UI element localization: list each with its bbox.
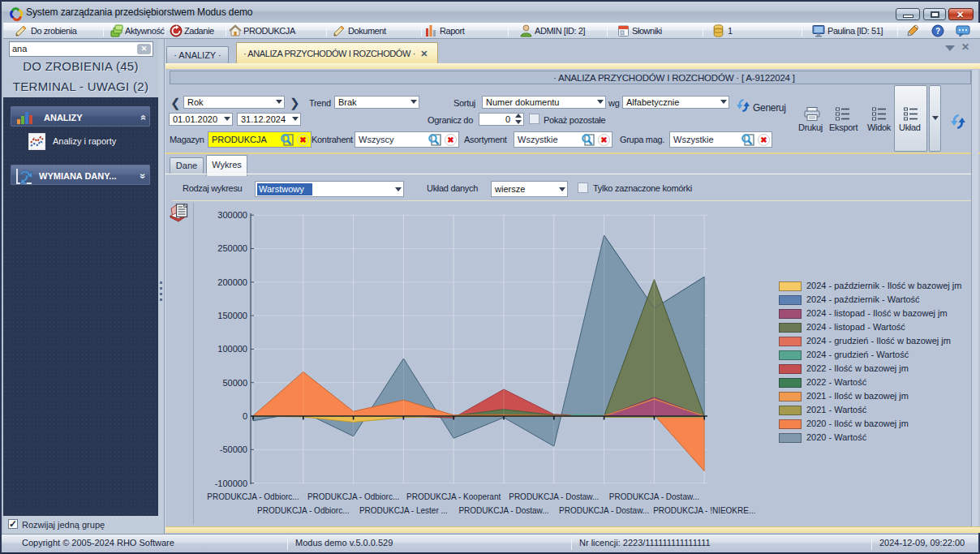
svg-text:PRODUKCJA - Lester ...: PRODUKCJA - Lester ... <box>359 506 448 515</box>
svg-text:PRODUKCJA - !NIEOKRE...: PRODUKCJA - !NIEOKRE... <box>653 506 755 515</box>
svg-text:-50000: -50000 <box>220 444 247 454</box>
svg-text:200000: 200000 <box>217 277 247 287</box>
svg-text:PRODUKCJA - Odbiorc...: PRODUKCJA - Odbiorc... <box>207 492 299 501</box>
svg-text:100000: 100000 <box>217 344 247 354</box>
svg-text:-100000: -100000 <box>215 479 247 488</box>
svg-text:PRODUKCJA - Dostaw...: PRODUKCJA - Dostaw... <box>559 506 649 515</box>
svg-text:250000: 250000 <box>217 243 247 253</box>
svg-text:?: ? <box>935 27 940 36</box>
svg-text:300000: 300000 <box>217 210 247 220</box>
svg-text:PRODUKCJA - Dostaw...: PRODUKCJA - Dostaw... <box>458 506 548 515</box>
svg-text:PRODUKCJA - Kooperant: PRODUKCJA - Kooperant <box>406 492 501 501</box>
svg-text:150000: 150000 <box>217 311 247 320</box>
svg-text:50000: 50000 <box>222 378 247 388</box>
svg-text:PRODUKCJA - Odbiorc...: PRODUKCJA - Odbiorc... <box>257 506 349 515</box>
svg-text:PRODUKCJA - Dostaw...: PRODUKCJA - Dostaw... <box>509 492 599 501</box>
svg-text:0: 0 <box>243 411 247 421</box>
svg-text:PRODUKCJA - Odbiorc...: PRODUKCJA - Odbiorc... <box>307 492 399 501</box>
svg-text:PRODUKCJA - Dostaw...: PRODUKCJA - Dostaw... <box>609 492 699 501</box>
